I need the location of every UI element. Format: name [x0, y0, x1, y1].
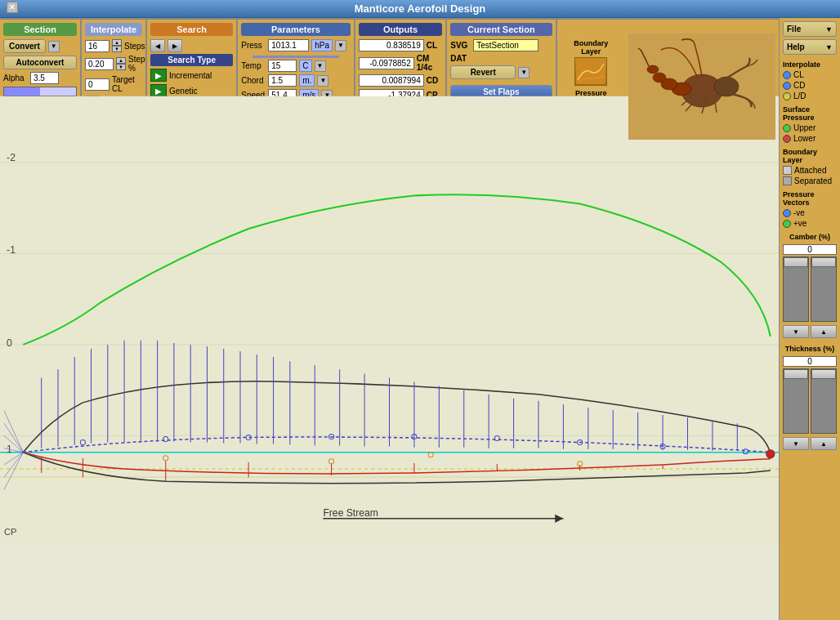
canvas-area: -2 -1 0 1	[0, 18, 779, 620]
file-menu-arrow: ▼	[825, 25, 833, 33]
camber-slider-track[interactable]	[783, 256, 809, 322]
help-menu-button[interactable]: Help ▼	[783, 39, 837, 55]
right-panel: File ▼ Help ▼ Interpolate CL CD L/D Surf…	[779, 18, 840, 620]
cd-radio-label: CD	[793, 81, 805, 90]
svg-text:-1: -1	[7, 244, 16, 256]
lower-radio[interactable]	[783, 135, 791, 143]
surface-pressure-label: Surface Pressure	[783, 105, 837, 122]
thickness-down-button[interactable]: ▼	[783, 437, 809, 450]
title-bar: ✕ Manticore Aerofoil Design	[0, 0, 840, 18]
app-title: Manticore Aerofoil Design	[355, 2, 486, 15]
thickness-slider-track[interactable]	[783, 368, 809, 434]
separated-label: Separated	[794, 176, 832, 185]
svg-text:0: 0	[7, 337, 12, 349]
cl-radio-label: CL	[793, 70, 804, 79]
interpolate-section-label: Interpolate	[783, 60, 837, 69]
svg-text:CP: CP	[4, 527, 16, 537]
camber-input[interactable]	[783, 244, 837, 255]
ld-radio[interactable]	[783, 92, 791, 100]
svg-text:-2: -2	[7, 152, 16, 163]
help-label: Help	[787, 42, 805, 51]
svg-point-90	[647, 65, 659, 74]
camber-label: Camber (%)	[783, 233, 837, 241]
svg-point-68	[766, 450, 775, 458]
camber-slider-track2[interactable]	[811, 256, 837, 322]
upper-radio[interactable]	[783, 124, 791, 132]
attached-checkbox[interactable]	[783, 166, 792, 175]
file-menu-button[interactable]: File ▼	[783, 21, 837, 37]
camber-down-button[interactable]: ▼	[783, 325, 809, 338]
camber-up-button[interactable]: ▲	[811, 325, 837, 338]
pressure-vectors-label: Pressure Vectors	[783, 190, 837, 207]
pos-ve-radio[interactable]	[783, 220, 791, 228]
cl-radio[interactable]	[783, 71, 791, 79]
thickness-up-button[interactable]: ▲	[811, 437, 837, 450]
boundary-layer-section-label: Boundary Layer	[783, 148, 837, 164]
thickness-input[interactable]	[783, 356, 837, 367]
svg-text:Free Stream: Free Stream	[323, 507, 378, 519]
file-label: File	[787, 25, 801, 33]
attached-label: Attached	[794, 166, 826, 175]
close-button[interactable]: ✕	[7, 2, 18, 13]
thickness-slider-track2[interactable]	[811, 368, 837, 434]
lower-label: Lower	[793, 134, 815, 143]
ld-radio-label: L/D	[793, 91, 806, 100]
help-menu-arrow: ▼	[825, 43, 833, 51]
pos-ve-label: +ve	[793, 219, 806, 228]
neg-ve-radio[interactable]	[783, 209, 791, 217]
neg-ve-label: -ve	[793, 208, 805, 217]
cd-radio[interactable]	[783, 82, 791, 90]
upper-label: Upper	[793, 123, 815, 132]
creature-image	[628, 33, 775, 140]
thickness-label: Thickness (%)	[783, 345, 837, 353]
svg-point-89	[653, 73, 666, 83]
separated-checkbox[interactable]	[783, 176, 792, 185]
